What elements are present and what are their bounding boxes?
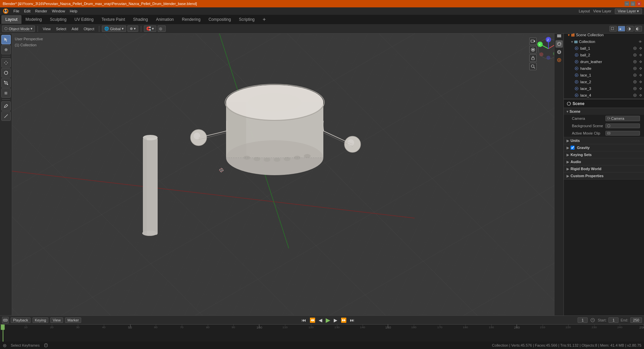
camera-value-field[interactable]: Camera (605, 116, 640, 121)
viewport-camera-btn[interactable] (529, 38, 537, 45)
keying-menu-btn[interactable]: Keying (33, 317, 49, 323)
3d-viewport[interactable]: User Perspective (1) Collection X Y Z (12, 34, 564, 315)
object-mode-dropdown[interactable]: ⬡ Object Mode ▾ (2, 26, 35, 32)
header-object[interactable]: Object (82, 26, 96, 32)
props-tab-scene[interactable] (555, 40, 563, 48)
step-forward-btn[interactable]: ⏩ (340, 317, 347, 323)
viewport-search-btn[interactable] (529, 63, 537, 70)
lace2-sel-icon[interactable] (639, 80, 643, 84)
tab-animation[interactable]: Animation (152, 15, 178, 24)
close-button[interactable]: ✕ (637, 1, 641, 6)
proportional-edit-btn[interactable]: ◎ (158, 26, 166, 32)
ball1-select-icon[interactable] (639, 46, 643, 50)
rotate-tool-btn[interactable] (1, 68, 11, 78)
select-tool-btn[interactable] (1, 35, 11, 44)
tab-rendering[interactable]: Rendering (178, 15, 204, 24)
drum-vis-icon[interactable] (633, 60, 637, 64)
ball2-select-icon[interactable] (639, 53, 643, 57)
handle-vis-icon[interactable] (633, 66, 637, 70)
keying-sets-header[interactable]: ▶ Keying Sets (564, 151, 644, 158)
marker-menu-btn[interactable]: Marker (65, 317, 81, 323)
handle-sel-icon[interactable] (639, 66, 643, 70)
viewport-shading-wire[interactable]: ☐ (609, 26, 617, 32)
tab-scripting[interactable]: Scripting (235, 15, 259, 24)
frame-forward-btn[interactable]: ▶ (333, 317, 338, 323)
frame-back-btn[interactable]: ◀ (318, 317, 323, 323)
gravity-checkbox[interactable] (571, 146, 575, 150)
lace3-vis-icon[interactable] (633, 87, 637, 91)
scene-section-header[interactable]: ▾ Scene (564, 108, 644, 115)
start-frame-input[interactable]: 1 (608, 317, 619, 323)
viewport-shading-solid[interactable]: ● (618, 26, 625, 32)
header-add[interactable]: Add (70, 26, 80, 32)
transform-global-dropdown[interactable]: 🌐 Global ▾ (102, 26, 126, 32)
units-section-header[interactable]: ▶ Units (564, 137, 644, 144)
play-btn[interactable]: ▶ (325, 316, 331, 325)
menu-help[interactable]: Help (68, 8, 79, 14)
audio-section-header[interactable]: ▶ Audio (564, 158, 644, 165)
header-select[interactable]: Select (54, 26, 68, 32)
outliner-collection[interactable]: ▾ Collection 👁 (564, 38, 644, 45)
ball1-vis-icon[interactable] (633, 46, 637, 50)
menu-window[interactable]: Window (50, 8, 67, 14)
drum-sel-icon[interactable] (639, 60, 643, 64)
tab-sculpting[interactable]: Sculpting (46, 15, 70, 24)
step-back-btn[interactable]: ⏪ (309, 317, 316, 323)
transform-tool-btn[interactable]: ⊞ (1, 88, 11, 98)
tab-layout[interactable]: Layout (1, 15, 21, 24)
maximize-button[interactable]: □ (631, 1, 635, 6)
menu-edit[interactable]: Edit (22, 8, 33, 14)
playback-menu-btn[interactable]: Playback (11, 317, 31, 323)
lace3-sel-icon[interactable] (639, 87, 643, 91)
menu-render[interactable]: Render (33, 8, 49, 14)
minimize-button[interactable]: ─ (625, 1, 629, 6)
tab-add[interactable]: + (259, 15, 270, 24)
3d-cursor[interactable] (219, 168, 224, 172)
header-view[interactable]: View (41, 26, 53, 32)
outliner-lace3[interactable]: lace_3 (564, 85, 644, 92)
viewport-shading-rendered[interactable]: ◐ (635, 26, 642, 32)
viewport-lock-btn[interactable] (529, 54, 537, 62)
scale-tool-btn[interactable] (1, 78, 11, 88)
menu-file[interactable]: File (11, 8, 21, 14)
outliner-drum-leather[interactable]: drum_leather (564, 58, 644, 65)
tab-shading[interactable]: Shading (129, 15, 152, 24)
props-tab-world[interactable] (555, 48, 563, 56)
view-menu-btn[interactable]: View (50, 317, 63, 323)
measure-tool-btn[interactable] (1, 111, 11, 121)
outliner-handle[interactable]: handle (564, 65, 644, 72)
end-frame-input[interactable]: 250 (630, 317, 642, 323)
outliner-lace2[interactable]: lace_2 (564, 79, 644, 85)
lace4-vis-icon[interactable] (633, 93, 637, 97)
outliner-ball2[interactable]: ball_2 (564, 52, 644, 58)
gravity-section-header[interactable]: ▶ Gravity (564, 144, 644, 151)
cursor-tool-btn[interactable]: ⊕ (1, 45, 11, 54)
annotate-tool-btn[interactable] (1, 101, 11, 111)
jump-end-btn[interactable]: ⏭ (349, 317, 355, 323)
custom-properties-header[interactable]: ▶ Custom Properties (564, 172, 644, 179)
viewport-render-btn[interactable] (529, 46, 537, 53)
lace2-vis-icon[interactable] (633, 80, 637, 84)
timeline-type-btn[interactable] (2, 317, 9, 323)
collection-vis-icon[interactable]: 👁 (639, 40, 642, 44)
outliner-lace4[interactable]: lace_4 (564, 92, 644, 99)
outliner-lace1[interactable]: lace_1 (564, 72, 644, 79)
view-layer-dropdown[interactable]: View Layer ▾ (615, 8, 642, 14)
tab-modeling[interactable]: Modeling (21, 15, 46, 24)
ball2-vis-icon[interactable] (633, 53, 637, 57)
jump-start-btn[interactable]: ⏮ (301, 317, 307, 323)
current-frame-input[interactable]: 1 (578, 317, 588, 323)
tab-texture-paint[interactable]: Texture Paint (98, 15, 129, 24)
bg-scene-value[interactable] (605, 123, 640, 128)
rigid-body-header[interactable]: ▶ Rigid Body World (564, 165, 644, 172)
lace4-sel-icon[interactable] (639, 93, 643, 97)
pivot-dropdown[interactable]: ⊕ ▾ (127, 26, 138, 32)
tab-uv-editing[interactable]: UV Editing (70, 15, 98, 24)
snap-btn[interactable]: 🧲 ▾ (144, 26, 156, 32)
move-tool-btn[interactable] (1, 58, 11, 67)
lace1-vis-icon[interactable] (633, 73, 637, 77)
props-tab-object[interactable] (555, 56, 563, 64)
viewport-shading-material[interactable]: ◑ (626, 26, 634, 32)
tab-compositing[interactable]: Compositing (205, 15, 235, 24)
outliner-ball1[interactable]: ball_1 (564, 45, 644, 52)
